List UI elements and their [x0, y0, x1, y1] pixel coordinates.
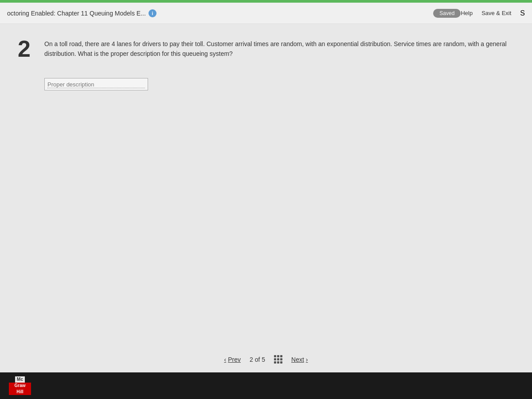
grid-dot	[277, 355, 279, 357]
page-current: 2	[250, 356, 253, 363]
question-area: 2 On a toll road, there are 4 lanes for …	[18, 37, 514, 60]
logo-mc: Mc	[15, 376, 25, 383]
next-label: Next	[291, 356, 304, 363]
answer-area	[44, 78, 514, 90]
help-link[interactable]: Help	[461, 10, 473, 16]
save-exit-link[interactable]: Save & Exit	[481, 10, 511, 16]
saved-badge: Saved	[433, 9, 461, 18]
page-total: 5	[262, 356, 265, 363]
grid-dot	[277, 358, 279, 360]
grid-dot	[277, 361, 279, 364]
grid-dots	[274, 355, 282, 364]
main-content: 2 On a toll road, there are 4 lanes for …	[0, 24, 532, 372]
prev-button[interactable]: ‹ Prev	[224, 356, 241, 363]
grid-dot	[280, 361, 282, 364]
next-button[interactable]: Next ›	[291, 356, 308, 363]
bottom-navigation: ‹ Prev 2 of 5 Next ›	[0, 355, 532, 364]
grid-dot	[280, 358, 282, 360]
header: octoring Enabled: Chapter 11 Queuing Mod…	[0, 3, 532, 24]
next-chevron-icon: ›	[306, 356, 308, 363]
info-icon[interactable]: i	[149, 9, 156, 17]
grid-dot	[280, 355, 282, 357]
grid-dot	[274, 355, 276, 357]
bottom-bar: Mc Graw Hill	[0, 372, 532, 399]
prev-chevron-icon: ‹	[224, 356, 227, 363]
proper-description-input[interactable]	[47, 81, 145, 88]
grid-dot	[274, 361, 276, 364]
prev-label: Prev	[228, 356, 241, 363]
header-title: octoring Enabled: Chapter 11 Queuing Mod…	[7, 9, 433, 17]
header-extra: S	[520, 9, 525, 17]
question-text: On a toll road, there are 4 lanes for dr…	[44, 37, 514, 60]
page-indicator: 2 of 5	[250, 356, 265, 363]
grid-dot	[274, 358, 276, 360]
header-actions: Help Save & Exit S	[461, 9, 525, 17]
logo-graw: Graw	[9, 383, 31, 389]
page-separator: of	[255, 356, 262, 363]
mcgraw-hill-logo: Mc Graw Hill	[9, 376, 31, 395]
header-title-text: octoring Enabled: Chapter 11 Queuing Mod…	[7, 10, 146, 17]
answer-input-wrapper[interactable]	[44, 78, 148, 90]
question-number: 2	[18, 37, 35, 60]
logo-hill: Hill	[9, 389, 31, 395]
grid-menu-icon[interactable]	[274, 355, 282, 364]
